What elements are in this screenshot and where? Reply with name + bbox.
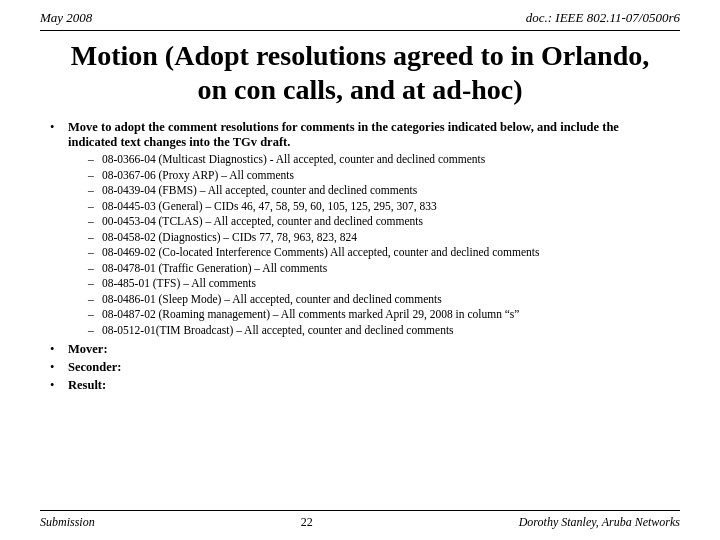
sub-list-item: –08-0367-06 (Proxy ARP) – All comments bbox=[88, 168, 670, 184]
sub-list-item: –08-0458-02 (Diagnostics) – CIDs 77, 78,… bbox=[88, 230, 670, 246]
header-doc: doc.: IEEE 802.11-07/0500r6 bbox=[526, 10, 680, 26]
content-section: • Move to adopt the comment resolutions … bbox=[40, 120, 680, 393]
extra-bullet-label: Mover: bbox=[68, 342, 108, 357]
sub-list-item: –08-0478-01 (Traffic Generation) – All c… bbox=[88, 261, 670, 277]
extra-bullet-dot: • bbox=[50, 378, 68, 393]
sub-item-text: 08-0367-06 (Proxy ARP) – All comments bbox=[102, 168, 670, 184]
sub-dash: – bbox=[88, 261, 102, 277]
sub-list-item: –08-0366-04 (Multicast Diagnostics) - Al… bbox=[88, 152, 670, 168]
extra-bullet-item: •Seconder: bbox=[50, 360, 670, 375]
sub-dash: – bbox=[88, 307, 102, 323]
main-bullet: • Move to adopt the comment resolutions … bbox=[50, 120, 670, 338]
sub-item-text: 08-0366-04 (Multicast Diagnostics) - All… bbox=[102, 152, 670, 168]
footer: Submission 22 Dorothy Stanley, Aruba Net… bbox=[40, 510, 680, 530]
sub-list-item: –08-0445-03 (General) – CIDs 46, 47, 58,… bbox=[88, 199, 670, 215]
extra-bullet-label: Seconder: bbox=[68, 360, 121, 375]
bullet-dot: • bbox=[50, 120, 68, 135]
sub-dash: – bbox=[88, 323, 102, 339]
sub-list-item: –08-0512-01(TIM Broadcast) – All accepte… bbox=[88, 323, 670, 339]
header: May 2008 doc.: IEEE 802.11-07/0500r6 bbox=[40, 0, 680, 31]
title-line2: on con calls, and at ad-hoc) bbox=[40, 73, 680, 107]
footer-submission: Submission bbox=[40, 515, 95, 530]
sub-list: –08-0366-04 (Multicast Diagnostics) - Al… bbox=[88, 152, 670, 338]
page-container: May 2008 doc.: IEEE 802.11-07/0500r6 Mot… bbox=[0, 0, 720, 540]
sub-item-text: 08-0445-03 (General) – CIDs 46, 47, 58, … bbox=[102, 199, 670, 215]
sub-list-item: –08-0486-01 (Sleep Mode) – All accepted,… bbox=[88, 292, 670, 308]
sub-item-text: 08-485-01 (TFS) – All comments bbox=[102, 276, 670, 292]
sub-dash: – bbox=[88, 183, 102, 199]
extra-bullet-dot: • bbox=[50, 342, 68, 357]
sub-dash: – bbox=[88, 214, 102, 230]
sub-list-item: –08-0487-02 (Roaming management) – All c… bbox=[88, 307, 670, 323]
title-line1: Motion (Adopt resolutions agreed to in O… bbox=[40, 39, 680, 73]
extra-bullet-item: •Result: bbox=[50, 378, 670, 393]
sub-item-text: 00-0453-04 (TCLAS) – All accepted, count… bbox=[102, 214, 670, 230]
sub-item-text: 08-0486-01 (Sleep Mode) – All accepted, … bbox=[102, 292, 670, 308]
bullet-text: Move to adopt the comment resolutions fo… bbox=[68, 120, 670, 338]
sub-list-item: –08-485-01 (TFS) – All comments bbox=[88, 276, 670, 292]
footer-author: Dorothy Stanley, Aruba Networks bbox=[519, 515, 680, 530]
sub-dash: – bbox=[88, 152, 102, 168]
sub-list-item: –00-0453-04 (TCLAS) – All accepted, coun… bbox=[88, 214, 670, 230]
extra-bullet-item: •Mover: bbox=[50, 342, 670, 357]
sub-item-text: 08-0478-01 (Traffic Generation) – All co… bbox=[102, 261, 670, 277]
sub-dash: – bbox=[88, 168, 102, 184]
main-bullet-text: Move to adopt the comment resolutions fo… bbox=[68, 120, 619, 149]
sub-list-item: –08-0439-04 (FBMS) – All accepted, count… bbox=[88, 183, 670, 199]
sub-dash: – bbox=[88, 245, 102, 261]
sub-dash: – bbox=[88, 230, 102, 246]
sub-item-text: 08-0469-02 (Co-located Interference Comm… bbox=[102, 245, 670, 261]
title-section: Motion (Adopt resolutions agreed to in O… bbox=[40, 39, 680, 106]
sub-item-text: 08-0512-01(TIM Broadcast) – All accepted… bbox=[102, 323, 670, 339]
sub-list-item: –08-0469-02 (Co-located Interference Com… bbox=[88, 245, 670, 261]
sub-item-text: 08-0487-02 (Roaming management) – All co… bbox=[102, 307, 670, 323]
sub-item-text: 08-0458-02 (Diagnostics) – CIDs 77, 78, … bbox=[102, 230, 670, 246]
sub-dash: – bbox=[88, 292, 102, 308]
sub-item-text: 08-0439-04 (FBMS) – All accepted, counte… bbox=[102, 183, 670, 199]
extra-bullets: •Mover:•Seconder:•Result: bbox=[50, 342, 670, 393]
extra-bullet-label: Result: bbox=[68, 378, 106, 393]
header-date: May 2008 bbox=[40, 10, 92, 26]
sub-dash: – bbox=[88, 199, 102, 215]
footer-page-number: 22 bbox=[301, 515, 313, 530]
extra-bullet-dot: • bbox=[50, 360, 68, 375]
sub-dash: – bbox=[88, 276, 102, 292]
